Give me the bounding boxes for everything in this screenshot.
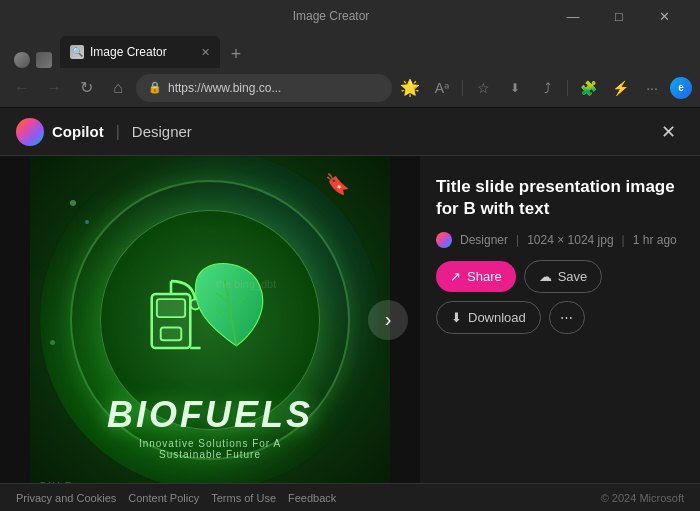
particle3 (50, 340, 55, 345)
image-watermark-bottom: DALL·E (40, 480, 71, 484)
biofuels-subtitle: Innovative Solutions For A Sustainable F… (107, 438, 313, 460)
header-divider: | (116, 123, 120, 141)
save-icon: ☁ (539, 269, 552, 284)
toolbar-icons: 🌟 Aᵃ ☆ ⬇ ⤴ 🧩 ⚡ ··· e (396, 74, 692, 102)
sidebar-icon[interactable]: ⚡ (606, 74, 634, 102)
image-viewer: the bing_dbt BIOFUELS Innovative Solutio… (0, 156, 700, 483)
more-icon[interactable]: ··· (638, 74, 666, 102)
image-section: the bing_dbt BIOFUELS Innovative Solutio… (0, 156, 420, 483)
footer-link-terms[interactable]: Terms of Use (211, 492, 276, 504)
window-title-center: Image Creator (293, 9, 370, 23)
share-icon: ↗ (450, 269, 461, 284)
meta-source: Designer (460, 233, 508, 247)
image-meta: Designer | 1024 × 1024 jpg | 1 hr ago (436, 232, 684, 248)
bookmark-icon[interactable]: 🔖 (325, 172, 350, 196)
designer-text: Designer (132, 123, 192, 140)
svg-rect-2 (161, 327, 182, 340)
footer-copyright: © 2024 Microsoft (601, 492, 684, 504)
download-label: Download (468, 310, 526, 325)
toolbar-separator (462, 80, 463, 96)
tab-favicon (70, 45, 84, 59)
footer-link-feedback[interactable]: Feedback (288, 492, 336, 504)
meta-sep2: | (622, 233, 625, 247)
address-bar[interactable]: 🔒 https://www.bing.co... (136, 74, 392, 102)
share-toolbar-icon[interactable]: ⤴ (533, 74, 561, 102)
refresh-button[interactable]: ↻ (72, 74, 100, 102)
footer-link-privacy[interactable]: Privacy and Cookies (16, 492, 116, 504)
reader-icon[interactable]: Aᵃ (428, 74, 456, 102)
browser-icon (14, 52, 30, 68)
footer-link-content[interactable]: Content Policy (128, 492, 199, 504)
window-titlebar: Image Creator — □ ✕ (0, 0, 700, 32)
meta-timestamp: 1 hr ago (633, 233, 677, 247)
biofuels-title: BIOFUELS (107, 394, 313, 436)
home-button[interactable]: ⌂ (104, 74, 132, 102)
active-tab[interactable]: Image Creator ✕ (60, 36, 220, 68)
copilot-logo: Copilot | Designer (16, 118, 192, 146)
footer: Privacy and Cookies Content Policy Terms… (0, 483, 700, 511)
browser-menu-icon (36, 52, 52, 68)
download-button[interactable]: ⬇ Download (436, 301, 541, 334)
svg-rect-1 (157, 299, 185, 317)
action-buttons: ↗ Share ☁ Save ⬇ Download ⋯ (436, 260, 684, 334)
tab-strip: Image Creator ✕ + (0, 32, 700, 68)
close-window-button[interactable]: ✕ (642, 0, 688, 32)
particle1 (70, 200, 76, 206)
meta-sep1: | (516, 233, 519, 247)
particle2 (85, 220, 89, 224)
biofuels-image: the bing_dbt BIOFUELS Innovative Solutio… (30, 156, 390, 483)
copilot-logo-icon (16, 118, 44, 146)
lock-icon: 🔒 (148, 81, 162, 94)
back-button[interactable]: ← (8, 74, 36, 102)
meta-logo-icon (436, 232, 452, 248)
info-panel: Title slide presentation image for B wit… (420, 156, 700, 483)
maximize-button[interactable]: □ (596, 0, 642, 32)
more-icon: ⋯ (560, 310, 573, 325)
copilot-text: Copilot (52, 123, 104, 140)
more-button[interactable]: ⋯ (549, 301, 585, 334)
footer-links: Privacy and Cookies Content Policy Terms… (16, 492, 336, 504)
share-label: Share (467, 269, 502, 284)
tab-title: Image Creator (90, 45, 191, 59)
window-controls: — □ ✕ (550, 0, 688, 32)
edge-profile-icon[interactable]: e (670, 77, 692, 99)
new-tab-button[interactable]: + (222, 40, 250, 68)
nav-strip: ← → ↻ ⌂ 🔒 https://www.bing.co... 🌟 Aᵃ ☆ … (0, 68, 700, 108)
leaf-icon (177, 250, 284, 368)
share-button[interactable]: ↗ Share (436, 261, 516, 292)
copilot-header: Copilot | Designer ✕ (0, 108, 700, 156)
toolbar-separator2 (567, 80, 568, 96)
favorites-icon[interactable]: ☆ (469, 74, 497, 102)
next-arrow-button[interactable]: › (368, 300, 408, 340)
forward-button[interactable]: → (40, 74, 68, 102)
tab-close-button[interactable]: ✕ (201, 46, 210, 59)
download-icon: ⬇ (451, 310, 462, 325)
save-button[interactable]: ☁ Save (524, 260, 603, 293)
meta-dimensions: 1024 × 1024 jpg (527, 233, 613, 247)
copilot-close-button[interactable]: ✕ (652, 116, 684, 148)
image-title: Title slide presentation image for B wit… (436, 176, 684, 220)
extensions-icon[interactable]: 🧩 (574, 74, 602, 102)
collections-icon[interactable]: ⬇ (501, 74, 529, 102)
copilot-toolbar-icon[interactable]: 🌟 (396, 74, 424, 102)
content-area: Copilot | Designer ✕ (0, 108, 700, 511)
minimize-button[interactable]: — (550, 0, 596, 32)
save-label: Save (558, 269, 588, 284)
address-text: https://www.bing.co... (168, 81, 281, 95)
image-text: BIOFUELS Innovative Solutions For A Sust… (107, 394, 313, 460)
